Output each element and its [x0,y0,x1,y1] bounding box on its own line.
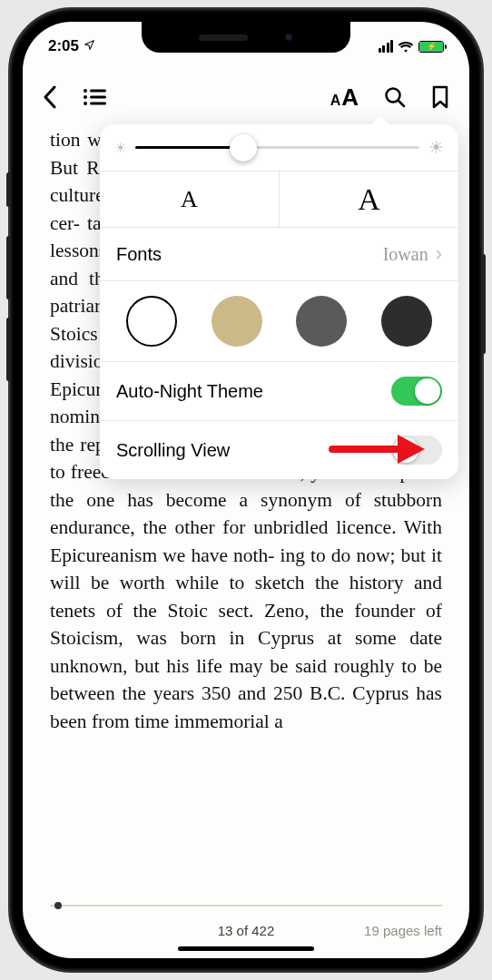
scrolling-view-toggle[interactable] [391,436,442,465]
theme-white[interactable] [126,296,177,347]
auto-night-label: Auto-Night Theme [116,381,391,402]
appearance-popover: ☀ ☀ A A Fonts Iowan › A [100,124,458,479]
clock: 2:05 [48,37,79,55]
slider-track[interactable] [135,146,419,149]
svg-point-2 [84,95,87,99]
auto-night-toggle[interactable] [391,377,442,406]
svg-point-0 [84,89,87,93]
svg-rect-1 [90,89,106,92]
theme-swatches [100,281,458,362]
bookmark-button[interactable] [431,85,449,109]
svg-rect-5 [90,102,106,104]
appearance-button[interactable]: AA [330,85,359,109]
theme-sepia[interactable] [212,296,262,347]
progress-bar[interactable] [50,905,442,906]
auto-night-row: Auto-Night Theme [100,362,458,421]
brightness-slider[interactable]: ☀ ☀ [100,124,458,172]
svg-point-4 [84,102,87,105]
svg-rect-3 [90,95,106,98]
back-button[interactable] [43,85,57,109]
home-indicator[interactable] [178,946,314,951]
svg-line-7 [399,101,404,106]
fonts-value: Iowan [383,244,428,265]
page-footer: 13 of 422 19 pages left [23,905,469,938]
search-button[interactable] [384,86,406,108]
slider-thumb[interactable] [230,134,257,162]
font-decrease-button[interactable]: A [100,172,280,227]
page-count: 13 of 422 [218,923,275,938]
scrolling-view-row: Scrolling View [100,421,458,479]
brightness-high-icon: ☀ [428,137,444,158]
location-icon [84,39,95,54]
wifi-icon [398,40,414,53]
pages-left: 19 pages left [364,923,442,938]
battery-icon: ⚡ [418,41,444,53]
theme-black[interactable] [381,296,432,347]
reader-toolbar: AA [23,72,469,122]
chevron-right-icon: › [436,242,442,266]
progress-thumb[interactable] [54,902,62,909]
cellular-icon [379,40,394,53]
fonts-row[interactable]: Fonts Iowan › [100,228,458,281]
font-increase-button[interactable]: A [280,172,458,227]
toc-button[interactable] [83,88,106,106]
theme-gray[interactable] [296,296,347,347]
fonts-label: Fonts [116,244,383,265]
scrolling-view-label: Scrolling View [116,440,391,461]
brightness-low-icon: ☀ [114,140,126,156]
